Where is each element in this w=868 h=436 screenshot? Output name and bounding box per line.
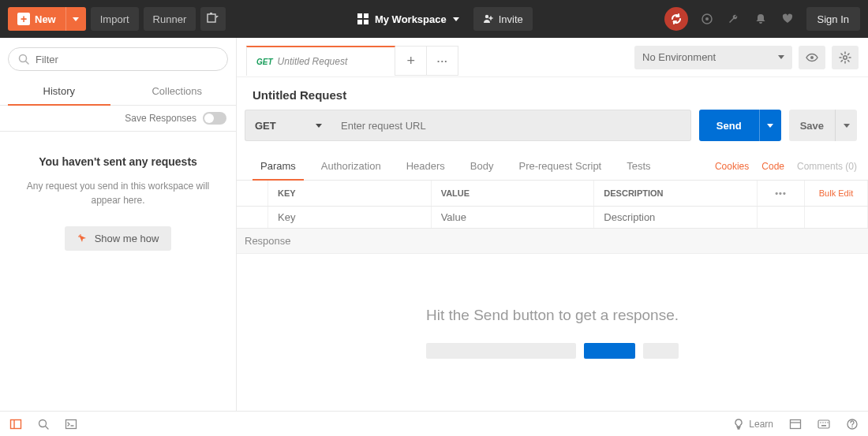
two-pane-button[interactable] [789,418,802,430]
chevron-down-icon [316,124,322,128]
heart-button[interactable] [780,11,795,27]
keyboard-icon [817,419,830,429]
bulb-icon [733,419,744,430]
svg-line-6 [26,61,29,65]
environment-label: No Environment [642,51,716,63]
invite-button[interactable]: Invite [473,7,533,31]
find-button[interactable] [38,419,49,430]
request-tab-title: Untitled Request [278,56,348,67]
tab-history[interactable]: History [0,77,118,105]
workspace-icon [357,13,369,24]
send-button[interactable]: Send [699,110,781,141]
cookies-link[interactable]: Cookies [715,161,749,172]
show-me-how-button[interactable]: Show me how [65,226,172,251]
method-label: GET [255,120,276,132]
svg-rect-16 [791,419,801,428]
statusbar: Learn [0,411,868,436]
gear-icon [839,51,851,64]
invite-label: Invite [499,13,523,25]
svg-line-14 [46,426,49,429]
sidebar-empty-title: You haven't sent any requests [39,155,197,168]
code-link[interactable]: Code [761,161,784,172]
param-desc-input[interactable] [604,211,747,223]
learn-label: Learn [749,419,773,430]
request-tab-method: GET [256,58,273,66]
heart-icon [781,13,794,25]
filter-input[interactable] [36,54,218,65]
save-responses-toggle[interactable] [203,112,226,125]
sidebar-empty-text: Any request you send in this workspace w… [16,179,220,207]
send-dropdown[interactable] [759,110,781,141]
learn-button[interactable]: Learn [733,419,773,430]
method-selector[interactable]: GET [245,110,331,141]
svg-rect-0 [208,14,215,22]
col-value: VALUE [432,181,595,206]
add-tab-button[interactable]: + [395,46,427,76]
new-button-label: New [35,13,56,25]
request-tab[interactable]: GET Untitled Request [246,46,395,76]
chevron-down-icon [453,17,459,21]
tab-prerequest[interactable]: Pre-request Script [506,152,614,180]
new-button[interactable]: + New [8,7,86,31]
tab-authorization[interactable]: Authorization [309,152,394,180]
tab-headers[interactable]: Headers [394,152,458,180]
invite-icon [483,13,494,24]
table-row [237,207,868,229]
bulk-edit-link[interactable]: Bulk Edit [805,181,868,206]
sidebar-filter[interactable] [8,47,228,71]
tab-body[interactable]: Body [458,152,507,180]
notifications-button[interactable] [753,11,769,27]
tab-params[interactable]: Params [248,152,309,180]
tab-collections[interactable]: Collections [118,77,237,105]
svg-point-10 [844,55,847,58]
runner-button[interactable]: Runner [144,7,196,31]
settings-button[interactable] [726,11,742,27]
signin-button[interactable]: Sign In [806,7,860,31]
param-key-input[interactable] [278,211,421,223]
search-icon [18,54,29,65]
url-input[interactable] [331,110,691,141]
comments-link[interactable]: Comments (0) [797,161,857,172]
environment-settings[interactable] [832,46,859,69]
environment-quick-look[interactable] [799,46,825,69]
save-button[interactable]: Save [789,110,857,141]
sidebar-icon [9,418,22,430]
new-window-button[interactable] [200,7,226,31]
svg-point-4 [705,17,709,20]
sync-icon [670,13,683,25]
import-button[interactable]: Import [91,7,139,31]
toggle-sidebar-button[interactable] [9,418,22,430]
request-title: Untitled Request [237,77,868,110]
workspace-selector[interactable]: My Workspace [357,13,459,25]
sync-button[interactable] [664,7,688,31]
environment-selector[interactable]: No Environment [634,46,792,69]
help-button[interactable] [846,418,859,430]
svg-point-2 [485,15,488,18]
layout-icon [789,418,802,430]
columns-options[interactable]: ••• [758,181,805,206]
request-panel: GET Untitled Request + ··· No Environmen… [237,38,868,411]
chevron-down-icon [778,55,784,59]
console-icon [65,418,77,430]
capture-button[interactable] [699,11,715,27]
svg-point-21 [825,422,826,423]
cursor-icon [77,233,88,244]
console-button[interactable] [65,418,77,430]
col-description: DESCRIPTION [594,181,758,206]
tab-tests[interactable]: Tests [614,152,663,180]
eye-icon [806,51,818,64]
tab-options-button[interactable]: ··· [427,46,458,76]
window-icon [207,13,219,25]
svg-rect-11 [11,419,21,428]
sidebar: History Collections Save Responses You h… [0,38,237,411]
new-button-dropdown[interactable] [65,7,86,31]
param-value-input[interactable] [441,211,585,223]
svg-point-19 [820,422,821,423]
satellite-icon [701,13,713,25]
save-responses-label: Save Responses [125,113,196,124]
response-placeholder-graphic [426,343,679,359]
keyboard-shortcuts-button[interactable] [817,419,830,429]
show-me-label: Show me how [95,233,159,244]
svg-point-22 [827,422,829,423]
save-dropdown[interactable] [835,110,857,141]
